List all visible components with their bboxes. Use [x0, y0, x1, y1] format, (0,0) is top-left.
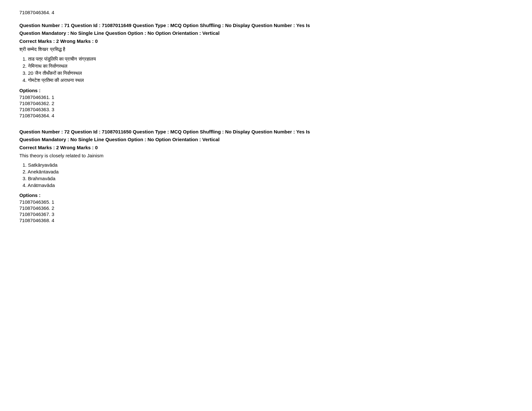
- answer-item-1-1: 1. ताड पत्र पांडुलिपि का प्राचीन संग्रहा…: [19, 56, 513, 62]
- top-answer: 71087046364. 4: [19, 10, 513, 15]
- answer-item-2-1: 1. Satkāryavāda: [19, 162, 513, 168]
- option-item-1-4: 71087046364. 4: [19, 113, 513, 118]
- option-item-2-2: 71087046366. 2: [19, 205, 513, 211]
- answer-item-2-2: 2. Anekāntavada: [19, 169, 513, 174]
- correct-marks-1: Correct Marks : 2 Wrong Marks : 0: [19, 38, 513, 44]
- options-list-2: 71087046365. 171087046366. 271087046367.…: [19, 199, 513, 223]
- options-label-1: Options :: [19, 88, 513, 93]
- question-meta-1: Question Number : 71 Question Id : 71087…: [19, 22, 513, 37]
- answer-item-1-3: 3. 20 जैन तीर्थँकरों का निर्वाणस्थल: [19, 70, 513, 76]
- question-text-1: श्री सम्मेद शिखर प्रसिद्ध है: [19, 46, 513, 52]
- option-item-2-4: 71087046368. 4: [19, 218, 513, 223]
- option-item-1-1: 71087046361. 1: [19, 94, 513, 100]
- options-list-1: 71087046361. 171087046362. 271087046363.…: [19, 94, 513, 118]
- answer-list-1: 1. ताड पत्र पांडुलिपि का प्राचीन संग्रहा…: [19, 56, 513, 83]
- question-text-2: This theory is closely related to Jainis…: [19, 153, 513, 158]
- option-item-1-2: 71087046362. 2: [19, 101, 513, 106]
- option-item-2-1: 71087046365. 1: [19, 199, 513, 205]
- answer-list-2: 1. Satkāryavāda2. Anekāntavada3. Brahmav…: [19, 162, 513, 188]
- correct-marks-2: Correct Marks : 2 Wrong Marks : 0: [19, 145, 513, 150]
- option-item-2-3: 71087046367. 3: [19, 211, 513, 217]
- answer-item-2-4: 4. Anātmavāda: [19, 182, 513, 188]
- question-block-2: Question Number : 72 Question Id : 71087…: [19, 128, 513, 223]
- question-block-1: Question Number : 71 Question Id : 71087…: [19, 22, 513, 118]
- answer-item-2-3: 3. Brahmavāda: [19, 176, 513, 181]
- option-item-1-3: 71087046363. 3: [19, 107, 513, 112]
- answer-item-1-4: 4. गोमटेश प्रतिमा की अराधना स्थल: [19, 77, 513, 83]
- answer-item-1-2: 2. नेमिनाथ का निर्वाणस्थल: [19, 63, 513, 69]
- question-meta-2: Question Number : 72 Question Id : 71087…: [19, 128, 513, 143]
- options-label-2: Options :: [19, 192, 513, 198]
